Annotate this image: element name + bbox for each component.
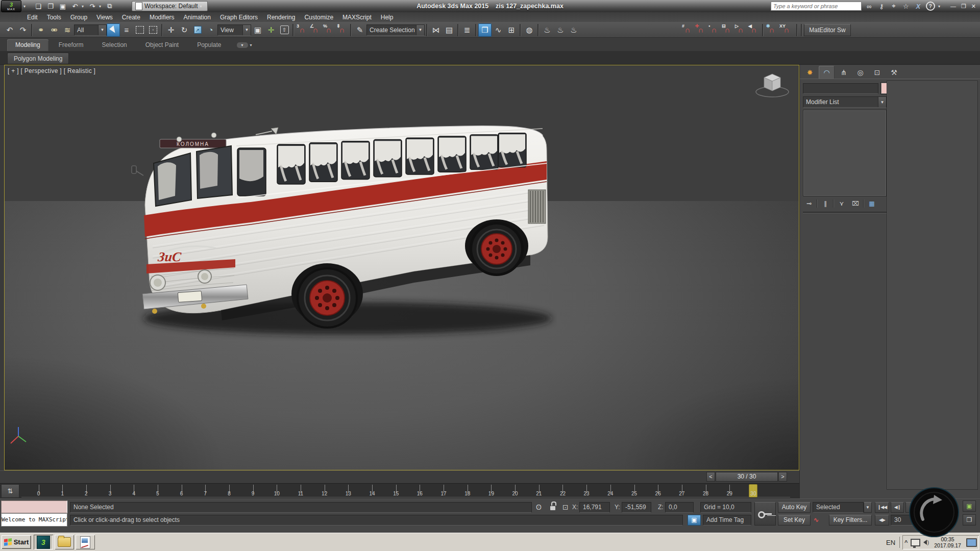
utilities-tab-icon[interactable]: ⚒ [886, 66, 902, 79]
edit-named-selection-sets-button[interactable]: ✎ [353, 23, 366, 37]
keyboard-shortcut-override-toggle[interactable]: ⇧ [278, 23, 291, 37]
toggle-ribbon-button[interactable]: ❒ [478, 23, 492, 37]
menu-create[interactable]: Create [117, 14, 145, 21]
select-object-button[interactable] [107, 23, 120, 37]
schematic-view-button[interactable]: ⊞ [505, 23, 518, 37]
bus-model[interactable]: КОЛОМНА [128, 114, 557, 344]
key-mode-caret-icon[interactable]: ▼ [864, 502, 872, 513]
face-snap-button[interactable]: ▷∩ [734, 23, 747, 37]
render-production-button[interactable]: ♨ [567, 23, 580, 37]
unlink-selection-icon[interactable]: ⚮ [47, 23, 61, 37]
undo-toolbar-button[interactable]: ↶ [3, 23, 16, 37]
rendered-frame-window-button[interactable]: ♨ [554, 23, 567, 37]
spinner-snap-toggle[interactable]: ⇕∩ [335, 23, 349, 37]
undo-button[interactable]: ↶ [69, 1, 81, 11]
search-input[interactable] [771, 2, 862, 11]
percent-snap-toggle[interactable]: %∩ [322, 23, 335, 37]
angle-snap-toggle[interactable]: ∠∩ [309, 23, 322, 37]
previous-frame-button[interactable]: ◀❙ [891, 502, 904, 513]
ribbon-tab-freeform[interactable]: Freeform [51, 39, 92, 51]
perspective-viewport[interactable]: [ + ] [ Perspective ] [ Realistic ] [4, 65, 799, 470]
material-editor-button[interactable]: ◍ [523, 23, 536, 37]
prompt-assist-icon[interactable]: ʘ [536, 502, 542, 513]
help-icon[interactable]: ? [926, 2, 935, 11]
polygon-modeling-panel-button[interactable]: Polygon Modeling [7, 53, 69, 64]
communication-center-icon[interactable]: ⌖ [889, 2, 898, 10]
select-and-manipulate-button[interactable]: ◔ [204, 23, 217, 37]
taskbar-3dsmax-button[interactable]: 3 [34, 535, 53, 549]
ribbon-tab-populate[interactable]: Populate [189, 39, 229, 51]
taskbar-clock[interactable]: 00:35 2017.09.17 [932, 536, 963, 548]
key-filters-button[interactable]: Key Filters... [829, 515, 872, 525]
open-file-button[interactable]: ❐ [45, 1, 56, 11]
previous-frame-slider-button[interactable]: < [706, 472, 715, 482]
rectangular-selection-region-button[interactable] [133, 23, 146, 37]
select-and-rotate-button[interactable]: ↻ [178, 23, 191, 37]
selection-lock-icon[interactable] [550, 502, 555, 513]
project-folder-button[interactable]: ⧉ [104, 1, 115, 11]
align-button[interactable]: ▤ [443, 23, 456, 37]
menu-group[interactable]: Group [66, 14, 92, 21]
volume-icon[interactable]: ) [923, 539, 929, 545]
save-file-button[interactable]: ▣ [57, 1, 68, 11]
menu-tools[interactable]: Tools [42, 14, 66, 21]
set-keys-button[interactable] [754, 502, 776, 525]
redo-toolbar-button[interactable]: ↷ [16, 23, 30, 37]
pivot-snap-button[interactable]: ✛∩ [694, 23, 707, 37]
reference-coordinate-dropdown[interactable]: View ▼ [217, 24, 251, 36]
y-coordinate-field[interactable]: -51,559 [622, 502, 651, 513]
add-time-tag-field[interactable]: Add Time Tag [703, 515, 751, 525]
next-frame-slider-button[interactable]: > [778, 472, 787, 482]
midpoint-snap-button[interactable]: ⊟∩ [721, 23, 734, 37]
set-key-button[interactable]: Set Key [778, 515, 811, 525]
selection-filter-caret-icon[interactable]: ▼ [98, 25, 106, 35]
menu-edit[interactable]: Edit [22, 14, 42, 21]
menu-customize[interactable]: Customize [300, 14, 338, 21]
select-by-name-button[interactable]: ≡ [120, 23, 133, 37]
xy-constraint-snap-button[interactable]: XY∩ [778, 23, 795, 37]
grid-point-snap-button[interactable]: #∩ [681, 23, 694, 37]
ribbon-tab-modeling[interactable]: Modeling [7, 39, 48, 51]
zoom-extents-icon[interactable]: ▣ [963, 500, 976, 512]
minimize-button[interactable]: — [950, 3, 956, 10]
restore-button[interactable]: ❐ [961, 3, 966, 10]
window-crossing-toggle[interactable]: ▫ [146, 23, 160, 37]
create-tab-icon[interactable]: ✸ [802, 66, 818, 79]
coordinate-caret-icon[interactable]: ▼ [242, 25, 251, 35]
steering-wheel[interactable] [909, 487, 960, 538]
favorites-icon[interactable]: ☆ [901, 3, 911, 10]
modifier-list-caret-icon[interactable]: ▼ [878, 97, 886, 107]
sign-in-icon[interactable]: ⚷ [877, 3, 886, 10]
viewport-label[interactable]: [ + ] [ Perspective ] [ Realistic ] [8, 67, 95, 74]
vertex-snap-button[interactable]: ▪∩ [707, 23, 721, 37]
mini-curve-editor-button[interactable]: ⇅ [1, 484, 19, 498]
remove-modifier-button[interactable]: ⌧ [849, 198, 862, 209]
menu-maxscript[interactable]: MAXScript [338, 14, 376, 21]
menu-modifiers[interactable]: Modifiers [145, 14, 179, 21]
ribbon-tab-object-paint[interactable]: Object Paint [137, 39, 187, 51]
close-button[interactable]: ✕ [971, 3, 976, 10]
x-coordinate-field[interactable]: 16,791 [579, 502, 610, 513]
select-and-link-icon[interactable]: ⚭ [34, 23, 47, 37]
configure-modifier-sets-button[interactable]: ▦ [866, 198, 878, 209]
select-and-scale-button[interactable]: ↗ [191, 23, 204, 37]
hierarchy-tab-icon[interactable]: ⋔ [836, 66, 851, 79]
display-tab-icon[interactable]: ⊡ [869, 66, 885, 79]
ribbon-minimize-button[interactable]: ▼▾ [237, 42, 252, 51]
help-caret-icon[interactable]: ▾ [938, 4, 942, 9]
named-selection-sets-combo[interactable]: Create Selection Se ▼ [366, 24, 425, 36]
mirror-button[interactable]: ⋈ [429, 23, 443, 37]
use-pivot-point-center-button[interactable]: ▣ [251, 23, 264, 37]
modifier-list-dropdown[interactable]: Modifier List ▼ [803, 96, 887, 108]
select-and-move-button[interactable]: ✛ [164, 23, 178, 37]
named-sets-caret-icon[interactable]: ▼ [416, 25, 424, 35]
time-slider-handle[interactable]: 30 / 30 [716, 472, 778, 482]
render-setup-button[interactable]: ♨ [541, 23, 554, 37]
ribbon-tab-selection[interactable]: Selection [93, 39, 135, 51]
menu-graph-editors[interactable]: Graph Editors [215, 14, 262, 21]
modifier-stack[interactable] [803, 110, 887, 196]
snaps-toggle[interactable]: 3∩ [296, 23, 309, 37]
exchange-apps-icon[interactable]: X [914, 3, 923, 10]
object-name-field[interactable] [803, 83, 878, 94]
modify-tab-icon[interactable]: ◠ [819, 66, 835, 79]
